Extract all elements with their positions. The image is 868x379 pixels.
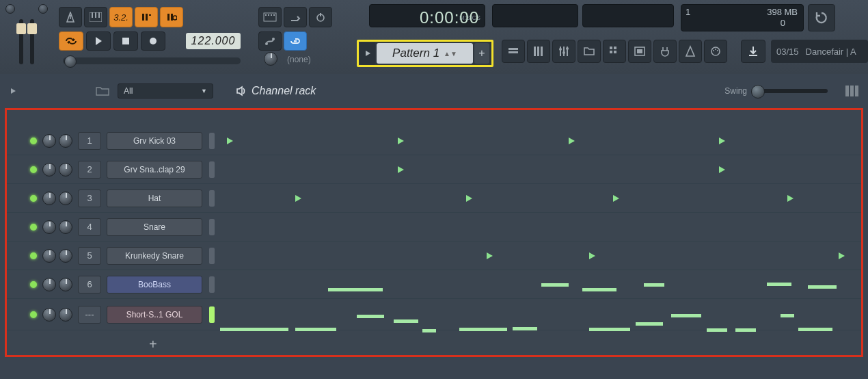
channel-number[interactable]: 6 [78,276,101,293]
vol-knob[interactable] [59,308,72,322]
step-area[interactable] [220,184,861,212]
link-icon[interactable] [284,31,307,51]
time-display[interactable]: M:S:CS 0:00:00 [369,4,485,27]
channel-activity[interactable] [209,133,215,149]
fx-button[interactable] [628,40,651,63]
channel-number[interactable]: 5 [78,247,101,265]
channel-number[interactable]: 1 [78,132,101,150]
channel-led[interactable] [30,252,37,259]
channel-name-button[interactable]: Short-S..1 GOL [107,306,202,324]
none-knob[interactable] [264,52,277,66]
link-route-icon[interactable] [258,31,282,51]
metronome-icon[interactable] [59,7,82,27]
channel-number[interactable]: --- [78,306,101,324]
record-button[interactable] [141,31,165,51]
channel-name-button[interactable]: Grv Sna..clap 29 [107,161,202,179]
browser-button[interactable] [578,40,601,63]
note-segment[interactable] [513,327,537,330]
step-trigger[interactable] [589,252,595,259]
note-segment[interactable] [394,319,418,323]
piano-roll-button[interactable] [527,40,550,63]
channel-activity[interactable] [209,219,215,235]
note-segment[interactable] [589,328,630,331]
note-segment[interactable] [707,328,727,332]
master-volume-slider[interactable] [19,19,23,64]
channel-number[interactable]: 2 [78,161,101,179]
pan-knob[interactable] [42,134,56,148]
note-segment[interactable] [582,288,616,291]
step-trigger[interactable] [613,195,619,202]
knob-b[interactable] [38,4,48,14]
step-area[interactable] [220,155,861,183]
overdub-icon[interactable] [160,7,183,27]
channel-activity[interactable] [209,161,215,178]
step-trigger[interactable] [398,166,404,173]
note-segment[interactable] [735,328,756,332]
vol-knob[interactable] [59,134,72,148]
loop-button[interactable] [59,31,83,51]
pattern-play-icon[interactable] [360,42,375,65]
vol-knob[interactable] [59,249,72,263]
note-segment[interactable] [808,285,837,289]
vol-knob[interactable] [59,278,72,291]
song-position-slider[interactable] [63,57,241,64]
vol-knob[interactable] [59,220,72,234]
channel-name-button[interactable]: Krunkedy Snare [107,247,202,265]
pan-knob[interactable] [42,308,56,322]
sound-button[interactable] [679,40,702,63]
midi-button[interactable] [704,40,727,63]
channel-activity[interactable] [209,276,215,293]
channel-name-button[interactable]: Snare [107,218,202,236]
pan-knob[interactable] [42,249,56,263]
vol-knob[interactable] [59,192,72,205]
step-area[interactable] [220,213,861,241]
folder-icon[interactable] [96,86,109,96]
channel-led[interactable] [30,166,37,173]
step-trigger[interactable] [787,195,794,202]
peak-meter[interactable] [582,4,674,27]
note-segment[interactable] [781,314,794,317]
note-segment[interactable] [798,328,832,331]
step-area[interactable] [220,299,861,330]
countdown-icon[interactable] [135,7,158,27]
channel-activity[interactable] [209,306,215,323]
pan-knob[interactable] [42,163,56,177]
channel-led[interactable] [30,281,37,288]
step-seq-button[interactable] [603,40,626,63]
note-segment[interactable] [644,283,664,287]
channel-number[interactable]: 3 [78,190,101,207]
step-area[interactable] [220,270,861,298]
step-trigger[interactable] [839,252,845,259]
play-button[interactable] [86,31,111,51]
step-trigger[interactable] [569,138,575,144]
note-segment[interactable] [422,329,436,332]
note-segment[interactable] [671,314,701,317]
channel-led[interactable] [30,195,37,202]
step-trigger[interactable] [487,252,493,259]
collapse-arrow-icon[interactable] [10,88,19,94]
step-trigger[interactable] [466,195,472,202]
add-channel-row[interactable]: + [7,330,861,358]
pattern-name-field[interactable]: Pattern 1▲▼ [377,43,473,64]
song-info-bar[interactable]: 03/15 Dancefair | A [771,40,868,63]
note-segment[interactable] [220,328,288,331]
redirect-icon[interactable] [284,7,307,27]
playlist-button[interactable] [502,40,525,63]
download-icon[interactable] [741,40,765,63]
oscilloscope[interactable] [492,4,578,27]
knob-a[interactable] [5,4,15,14]
knob-tool-icon[interactable] [309,7,332,27]
pan-knob[interactable] [42,192,56,205]
note-segment[interactable] [636,322,663,326]
pattern-add-button[interactable]: + [474,43,489,64]
step-area[interactable] [220,127,861,155]
note-segment[interactable] [295,328,336,331]
channel-number[interactable]: 4 [78,218,101,236]
master-pitch-slider[interactable] [30,19,34,64]
channel-filter-dropdown[interactable]: All▼ [118,83,213,99]
vol-knob[interactable] [59,163,72,177]
tempo-display[interactable]: 122.000 [186,33,241,49]
note-segment[interactable] [541,283,569,287]
note-segment[interactable] [328,288,383,291]
step-trigger[interactable] [398,138,404,144]
